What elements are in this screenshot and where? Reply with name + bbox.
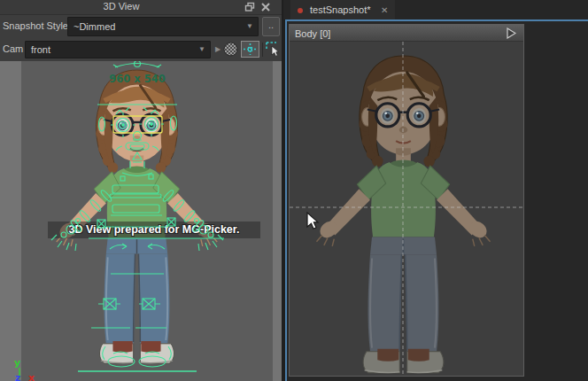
snapshot-style-dropdown[interactable]: ~Dimmed ▼: [67, 17, 259, 36]
3d-view-titlebar[interactable]: 3D View: [0, 0, 282, 15]
picker-tab-bar: testSnapshot* ✕: [283, 0, 588, 19]
snapshot-style-row: Snapshot Style ~Dimmed ▼ ..: [0, 15, 282, 39]
camera-value: front: [31, 44, 50, 55]
restore-window-icon[interactable]: [244, 2, 255, 12]
resolution-label: 960 x 540: [109, 73, 165, 85]
camera-row: Cam front ▼ ▶: [0, 39, 282, 62]
camera-dropdown[interactable]: front ▼: [25, 41, 211, 58]
crosshair-guides: [290, 42, 523, 377]
chevron-down-icon: ▼: [198, 42, 205, 58]
snapshot-style-value: ~Dimmed: [74, 21, 115, 32]
snapshot-viewport[interactable]: [290, 42, 523, 377]
tab-label: testSnapshot*: [310, 4, 371, 15]
panel-title: 3D View: [0, 1, 243, 12]
camera-gate-strip-right: [273, 61, 282, 381]
body-group-header[interactable]: Body [0]: [290, 25, 523, 42]
body-group-box: Body [0]: [289, 24, 524, 377]
more-options-button[interactable]: ..: [262, 17, 280, 36]
tab-close-icon[interactable]: ✕: [381, 5, 388, 15]
mg-picker-window: 3D View Snapshot Style ~Dimmed ▼ .. Cam …: [0, 0, 588, 381]
tab-testsnapshot[interactable]: testSnapshot* ✕: [290, 0, 395, 19]
expand-arrow-icon[interactable]: ▶: [215, 45, 220, 53]
3d-view-panel: 3D View Snapshot Style ~Dimmed ▼ .. Cam …: [0, 0, 282, 381]
toolbar-separator: [262, 43, 263, 57]
picker-panel: Body [0]: [285, 19, 588, 381]
close-window-icon[interactable]: [260, 2, 271, 12]
modified-dot-icon: [298, 8, 303, 13]
marquee-select-icon[interactable]: [265, 41, 282, 58]
body-group-label: Body [0]: [290, 28, 330, 39]
character-model-dimmed: [311, 54, 496, 377]
3d-viewport[interactable]: 3D View prepared for MG-Picker. 960 x 54…: [0, 61, 282, 381]
character-model: [51, 68, 222, 368]
shaded-sphere-icon[interactable]: [223, 42, 238, 57]
snapshot-style-label: Snapshot Style: [3, 20, 68, 31]
expand-triangle-icon[interactable]: [507, 27, 516, 39]
cam-label: Cam: [3, 43, 23, 54]
camera-gate-strip-left: [0, 61, 21, 381]
snapshot-frame-toggle-icon[interactable]: [241, 41, 259, 58]
axis-x-label: x: [28, 372, 35, 381]
chevron-down-icon: ▼: [246, 18, 253, 35]
viewport-message-band: 3D View prepared for MG-Picker.: [48, 222, 260, 238]
viewport-message: 3D View prepared for MG-Picker.: [48, 222, 260, 238]
